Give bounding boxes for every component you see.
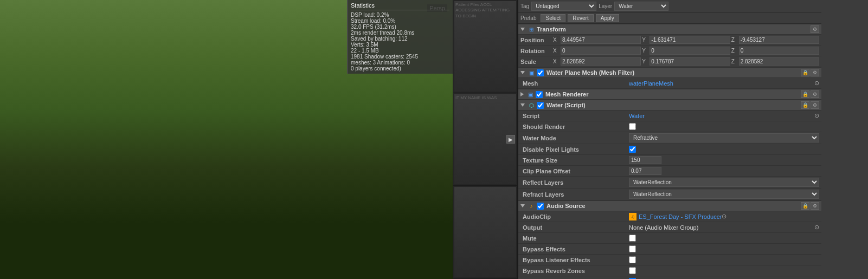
mesh-renderer-lock[interactable]: 🔒: [801, 90, 809, 98]
water-script-settings[interactable]: ⚙: [811, 101, 819, 109]
water-script-enable[interactable]: [537, 102, 544, 109]
texture-size-input[interactable]: [629, 156, 661, 164]
clip-plane-offset-row: Clip Plane Offset: [518, 166, 821, 177]
refract-layers-row: Refract Layers WaterReflection: [518, 189, 821, 200]
tag-label: Tag: [520, 3, 529, 9]
mesh-renderer-settings[interactable]: ⚙: [811, 90, 819, 98]
mesh-renderer-header[interactable]: ▣ Mesh Renderer 🔒 ⚙: [518, 89, 821, 100]
water-mode-label: Water Mode: [520, 135, 629, 141]
stats-stream: Stream load: 0.0%: [351, 18, 449, 24]
stats-meshes: meshes: 3 Animations: 0: [351, 60, 449, 66]
strip-1: Patient Files ACCL ACCESSING ATTEMPTING …: [453, 0, 517, 93]
stats-batching: Saved by batching: 112: [351, 36, 449, 42]
z-axis-label: Z: [731, 37, 738, 43]
scale-z-input[interactable]: [739, 57, 819, 66]
play-on-awake-row: Play On Awake: [518, 276, 821, 279]
should-render-checkbox[interactable]: [629, 123, 636, 130]
mesh-filter-header[interactable]: ▣ Water Plane Mesh (Mesh Filter) 🔒 ⚙: [518, 67, 821, 78]
script-value[interactable]: Water: [629, 113, 814, 119]
refract-layers-select[interactable]: WaterReflection: [629, 190, 819, 199]
mesh-filter-lock[interactable]: 🔒: [801, 69, 809, 76]
water-mode-row: Water Mode Refractive: [518, 132, 821, 144]
bypass-effects-checkbox[interactable]: [629, 245, 636, 252]
output-row: Output None (Audio Mixer Group) ⊙: [518, 222, 821, 233]
apply-button[interactable]: Apply: [596, 14, 619, 22]
mesh-value[interactable]: waterPlaneMesh: [629, 80, 814, 87]
arrow-button[interactable]: ▶: [506, 135, 515, 144]
transform-settings[interactable]: ⚙: [811, 25, 819, 33]
audioclip-ref: ♫ ES_Forest Day - SFX Producer: [629, 213, 722, 220]
mesh-renderer-enable[interactable]: [536, 91, 543, 98]
bypass-listener-checkbox[interactable]: [629, 256, 636, 263]
water-script-header[interactable]: ⬡ Water (Script) 🔒 ⚙: [518, 100, 821, 111]
output-label: Output: [520, 224, 629, 231]
scene-view[interactable]: Persp Statistics DSP load: 0.2% Stream l…: [0, 0, 453, 279]
audio-source-icon: ♪: [528, 202, 535, 210]
clip-plane-offset-label: Clip Plane Offset: [520, 168, 629, 174]
reflect-layers-row: Reflect Layers WaterReflection: [518, 177, 821, 189]
mesh-label: Mesh: [520, 80, 629, 87]
rotation-y-input[interactable]: [650, 47, 730, 55]
audioclip-label: AudioClip: [520, 213, 629, 220]
rotation-x-input[interactable]: [561, 47, 641, 55]
stats-shadows: 1981 Shadow casters: 2545: [351, 54, 449, 60]
output-circle-icon[interactable]: ⊙: [814, 224, 819, 231]
disable-pixel-lights-checkbox[interactable]: [629, 146, 636, 153]
position-z-input[interactable]: [739, 36, 819, 44]
stats-render: 2ms render thread 20.8ms: [351, 30, 449, 36]
stats-mb: 22 - 1.5 MB: [351, 48, 449, 54]
scale-x-input[interactable]: [561, 57, 641, 66]
tag-select[interactable]: Untagged: [531, 2, 596, 11]
water-script-title: Water (Script): [546, 102, 799, 108]
timeline-strips: Patient Files ACCL ACCESSING ATTEMPTING …: [453, 0, 518, 279]
rotation-label: Rotation: [520, 48, 553, 54]
mesh-renderer-title: Mesh Renderer: [545, 91, 799, 98]
sx-axis-label: X: [553, 59, 560, 64]
texture-size-label: Texture Size: [520, 157, 629, 164]
transform-header[interactable]: ⊞ Transform ⚙: [518, 24, 821, 35]
audio-file-icon: ♫: [629, 213, 636, 220]
water-mode-select[interactable]: Refractive: [629, 133, 819, 142]
select-button[interactable]: Select: [541, 14, 565, 22]
tag-layer-row: Tag Untagged Layer Water: [518, 0, 821, 13]
rotation-row: Rotation X Y Z: [518, 46, 821, 56]
strip-3: [453, 186, 517, 279]
water-script-lock[interactable]: 🔒: [801, 101, 809, 109]
disable-pixel-lights-label: Disable Pixel Lights: [520, 146, 629, 153]
audio-source-settings[interactable]: ⚙: [811, 202, 819, 210]
sy-axis-label: Y: [642, 59, 648, 64]
mesh-filter-triangle: [520, 71, 525, 74]
audio-source-title: Audio Source: [546, 203, 799, 209]
scale-y-input[interactable]: [650, 57, 730, 66]
audioclip-value[interactable]: ES_Forest Day - SFX Producer: [639, 213, 722, 220]
mesh-circle-icon[interactable]: ⊙: [814, 80, 819, 87]
bypass-reverb-label: Bypass Reverb Zones: [520, 268, 629, 274]
audio-source-enable[interactable]: [537, 203, 544, 210]
should-render-row: Should Render: [518, 121, 821, 132]
revert-button[interactable]: Revert: [568, 14, 593, 22]
rotation-z-input[interactable]: [739, 47, 819, 55]
mesh-filter-settings[interactable]: ⚙: [811, 69, 819, 76]
water-script-triangle: [520, 103, 525, 107]
strip-2-text: IT MY NAME IS WAS: [454, 94, 516, 102]
mute-checkbox[interactable]: [629, 235, 636, 242]
script-row: Script Water ⊙: [518, 111, 821, 121]
mesh-renderer-triangle: [520, 92, 524, 96]
position-y-input[interactable]: [650, 36, 730, 44]
clip-plane-offset-input[interactable]: [629, 167, 661, 175]
position-x-input[interactable]: [561, 36, 641, 44]
script-circle-icon[interactable]: ⊙: [814, 112, 819, 119]
bypass-listener-label: Bypass Listener Effects: [520, 257, 629, 263]
mesh-filter-icon: ▣: [528, 69, 535, 76]
reflect-layers-select[interactable]: WaterReflection: [629, 178, 819, 187]
mesh-filter-title: Water Plane Mesh (Mesh Filter): [546, 69, 799, 76]
audio-source-lock[interactable]: 🔒: [801, 202, 809, 210]
ry-axis-label: Y: [642, 48, 648, 54]
audioclip-circle-icon[interactable]: ⊙: [722, 213, 726, 220]
reflect-layers-label: Reflect Layers: [520, 179, 629, 186]
bypass-effects-row: Bypass Effects: [518, 244, 821, 255]
layer-select[interactable]: Water: [614, 2, 668, 11]
audio-source-header[interactable]: ♪ Audio Source 🔒 ⚙: [518, 200, 821, 211]
bypass-reverb-checkbox[interactable]: [629, 267, 636, 274]
mesh-filter-enable[interactable]: [537, 69, 544, 76]
